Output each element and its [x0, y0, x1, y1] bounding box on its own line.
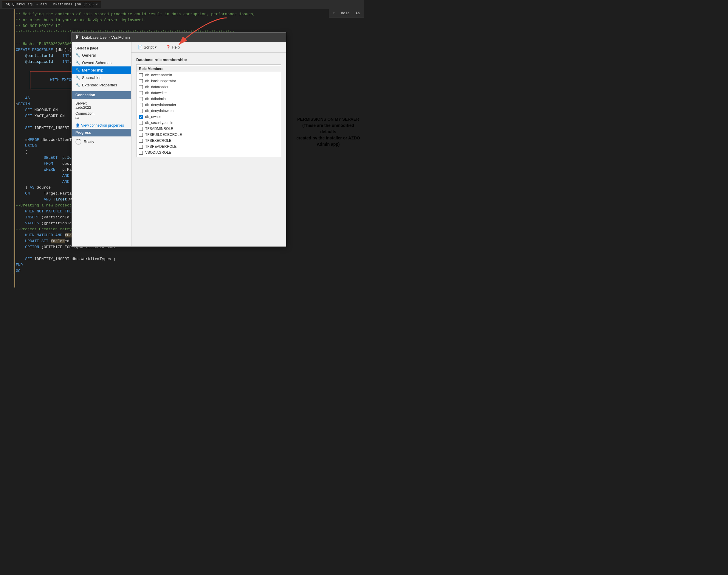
script-icon: 📄	[138, 45, 143, 49]
page-icon-owned-schemas: 🔧	[75, 61, 80, 65]
role-label: db_datareader	[145, 85, 168, 89]
role-item[interactable]: db_datawriter	[136, 90, 281, 96]
change-indicator-bar	[14, 9, 15, 288]
progress-content: Ready	[72, 136, 131, 147]
role-list: Role Members db_accessadmindb_backupoper…	[136, 64, 281, 157]
role-checkbox-tfsexecrole[interactable]	[139, 139, 143, 143]
role-checkbox-tfsbuildexecrole[interactable]	[139, 133, 143, 137]
connection-link-text: View connection properties	[81, 123, 124, 128]
script-label: Script	[144, 45, 154, 49]
role-checkbox-tfsreaderrole[interactable]	[139, 145, 143, 149]
permissions-annotation: PERMISSIONS ON MY SERVER (These are the …	[295, 116, 361, 147]
page-label-securables: Securables	[82, 75, 101, 80]
annotation-line2: (These are the unmodified defaults	[302, 123, 354, 134]
role-checkbox-tfsadminrole[interactable]	[139, 127, 143, 131]
connection-conn-value: sa	[75, 115, 128, 120]
role-item[interactable]: db_backupoperator	[136, 78, 281, 84]
role-label: db_owner	[145, 115, 161, 119]
code-line	[0, 250, 364, 256]
role-label: VSODIAGROLE	[145, 150, 171, 155]
role-checkbox-db_denydatawriter[interactable]	[139, 109, 143, 113]
annotation-line3: created by the installer or AZDO	[296, 136, 360, 140]
role-label: db_backupoperator	[145, 79, 176, 83]
role-label: db_denydatawriter	[145, 109, 175, 113]
page-item-securables[interactable]: 🔧 Securables	[72, 74, 131, 81]
annotation-line1: PERMISSIONS ON MY SERVER	[297, 117, 359, 122]
role-checkbox-db_securityadmin[interactable]	[139, 121, 143, 125]
role-item[interactable]: db_owner	[136, 114, 281, 120]
role-checkbox-db_datareader[interactable]	[139, 85, 143, 89]
database-user-dialog: 🗄 Database User - VssfAdmin Select a pag…	[71, 32, 286, 247]
page-item-owned-schemas[interactable]: 🔧 Owned Schemas	[72, 59, 131, 66]
connection-server-label: Server:	[75, 101, 128, 105]
role-label: db_ddladmin	[145, 97, 166, 101]
role-checkbox-db_datawriter[interactable]	[139, 91, 143, 95]
role-item[interactable]: db_denydatareader	[136, 102, 281, 108]
role-item[interactable]: TFSADMINROLE	[136, 126, 281, 132]
role-item[interactable]: db_securityadmin	[136, 120, 281, 126]
connection-conn-label: Connection:	[75, 111, 128, 115]
editor-tab[interactable]: SQLQuery1.sql - azd...nNational (sa (56)…	[2, 1, 101, 8]
dialog-body: Select a page 🔧 General 🔧 Owned Schemas …	[72, 42, 286, 246]
page-label-extended-properties: Extended Properties	[82, 83, 117, 87]
delete-btn[interactable]: dele	[339, 11, 351, 16]
help-label: Help	[172, 45, 180, 49]
script-dropdown-icon: ▾	[155, 45, 157, 49]
page-item-membership[interactable]: 🔧 Membership	[72, 66, 131, 74]
select-page-label: Select a page	[72, 44, 131, 52]
role-checkbox-db_denydatareader[interactable]	[139, 103, 143, 107]
connection-server-info: Server: azdo2022 Connection: sa	[72, 99, 131, 122]
tab-close-btn[interactable]: ×	[96, 3, 98, 6]
role-item[interactable]: db_accessadmin	[136, 72, 281, 78]
connection-server-value: azdo2022	[75, 105, 128, 110]
role-checkbox-db_owner[interactable]	[139, 115, 143, 119]
role-item[interactable]: TFSEXECROLE	[136, 138, 281, 144]
title-bar: SQLQuery1.sql - azd...nNational (sa (56)…	[0, 0, 364, 9]
page-item-general[interactable]: 🔧 General	[72, 52, 131, 59]
code-line: ** or other bugs in your Azure DevOps Se…	[0, 17, 364, 23]
connection-section-header: Connection	[72, 91, 131, 99]
connection-link-icon: 👤	[75, 123, 80, 128]
page-icon-general: 🔧	[75, 53, 80, 58]
code-line: SET IDENTITY_INSERT dbo.WorkItemTypes (	[0, 256, 364, 262]
role-label: db_denydatareader	[145, 103, 176, 107]
role-label: TFSEXECROLE	[145, 139, 171, 143]
role-item[interactable]: VSODIAGROLE	[136, 149, 281, 156]
help-button[interactable]: ❓ Help	[163, 44, 183, 50]
role-item[interactable]: db_denydatawriter	[136, 108, 281, 114]
view-connection-properties-link[interactable]: 👤 View connection properties	[72, 122, 131, 129]
role-checkbox-db_accessadmin[interactable]	[139, 73, 143, 77]
role-checkbox-vsodiagrole[interactable]	[139, 151, 143, 155]
dialog-left-panel: Select a page 🔧 General 🔧 Owned Schemas …	[72, 42, 131, 246]
role-item[interactable]: TFSBUILDEXECROLE	[136, 132, 281, 138]
editor-toolbar: ▾ dele Aa	[329, 9, 364, 18]
role-checkbox-db_ddladmin[interactable]	[139, 97, 143, 101]
role-item[interactable]: db_ddladmin	[136, 96, 281, 102]
role-list-header: Role Members	[136, 66, 281, 72]
progress-section-header: Progress	[72, 129, 131, 136]
tab-label: SQLQuery1.sql - azd...nNational (sa (56)…	[6, 2, 94, 6]
role-checkbox-db_backupoperator[interactable]	[139, 79, 143, 83]
dialog-content: Database role membership: Role Members d…	[131, 53, 286, 246]
page-icon-securables: 🔧	[75, 75, 80, 80]
role-label: db_securityadmin	[145, 121, 173, 125]
role-header-label: Role Members	[139, 67, 163, 71]
page-label-owned-schemas: Owned Schemas	[82, 61, 112, 65]
annotation-line4: Admin app)	[317, 142, 340, 146]
dialog-title-text: Database User - VssfAdmin	[82, 35, 130, 40]
dialog-toolbar: 📄 Script ▾ ❓ Help	[131, 42, 286, 53]
help-icon: ❓	[166, 45, 170, 49]
role-item[interactable]: db_datareader	[136, 84, 281, 90]
font-btn[interactable]: Aa	[354, 11, 361, 16]
page-item-extended-properties[interactable]: 🔧 Extended Properties	[72, 81, 131, 89]
role-item[interactable]: TFSREADERROLE	[136, 144, 281, 149]
dropdown-btn[interactable]: ▾	[331, 10, 337, 16]
code-line: GO	[0, 268, 364, 274]
script-button[interactable]: 📄 Script ▾	[135, 44, 159, 50]
code-line: END	[0, 262, 364, 268]
page-label-general: General	[82, 53, 96, 58]
dialog-title-bar: 🗄 Database User - VssfAdmin	[72, 32, 286, 42]
role-label: TFSBUILDEXECROLE	[145, 133, 182, 137]
code-line: ** Modifying the contents of this stored…	[0, 11, 364, 17]
role-label: db_datawriter	[145, 91, 167, 95]
